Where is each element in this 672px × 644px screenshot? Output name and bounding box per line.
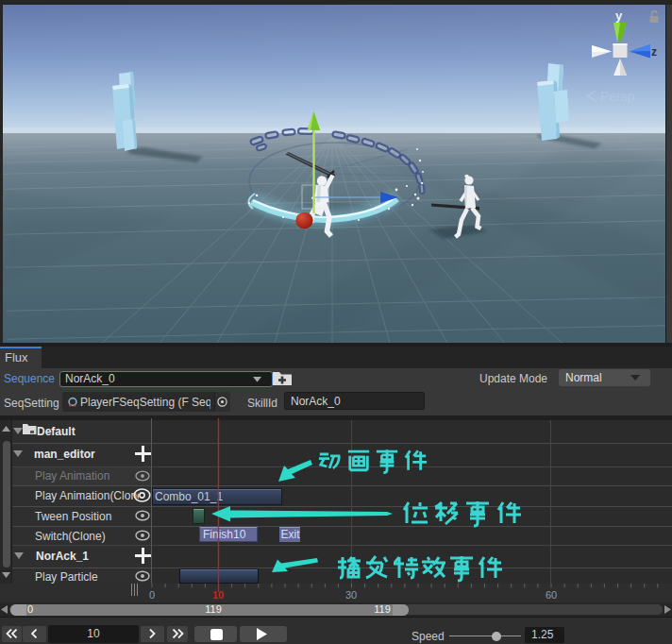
svg-text:Persp: Persp xyxy=(600,89,635,104)
svg-text:y: y xyxy=(615,8,623,23)
svg-text:z: z xyxy=(651,45,657,59)
